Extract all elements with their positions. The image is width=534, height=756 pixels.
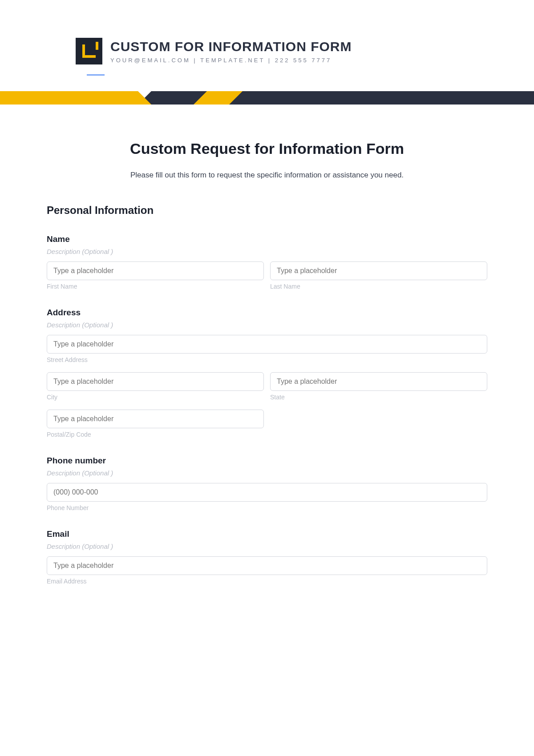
- header-underline: [87, 74, 105, 76]
- first-name-input[interactable]: [47, 261, 264, 280]
- address-label: Address: [47, 308, 487, 318]
- phone-description: Description (Optional ): [47, 469, 487, 477]
- page-description: Please fill out this form to request the…: [47, 171, 487, 180]
- zip-input[interactable]: [47, 410, 264, 428]
- zip-sublabel: Postal/Zip Code: [47, 431, 264, 438]
- phone-label: Phone number: [47, 456, 487, 466]
- email-input[interactable]: [47, 556, 487, 575]
- state-sublabel: State: [270, 394, 487, 401]
- decorative-stripe: [0, 91, 534, 105]
- street-address-sublabel: Street Address: [47, 356, 487, 363]
- form-content: Custom Request for Information Form Plea…: [0, 105, 534, 585]
- phone-sublabel: Phone Number: [47, 504, 487, 511]
- email-description: Description (Optional ): [47, 543, 487, 550]
- field-group-name: Name Description (Optional ) First Name …: [47, 234, 487, 290]
- address-description: Description (Optional ): [47, 321, 487, 329]
- first-name-sublabel: First Name: [47, 283, 264, 290]
- document-header: CUSTOM FOR INFORMATION FORM YOUR@EMAIL.C…: [0, 0, 534, 73]
- field-group-address: Address Description (Optional ) Street A…: [47, 308, 487, 438]
- email-sublabel: Email Address: [47, 578, 487, 585]
- header-subtitle: YOUR@EMAIL.COM | TEMPLATE.NET | 222 555 …: [110, 57, 352, 64]
- name-label: Name: [47, 234, 487, 244]
- field-group-phone: Phone number Description (Optional ) Pho…: [47, 456, 487, 511]
- header-title: CUSTOM FOR INFORMATION FORM: [110, 39, 352, 54]
- city-sublabel: City: [47, 394, 264, 401]
- state-input[interactable]: [270, 372, 487, 391]
- city-input[interactable]: [47, 372, 264, 391]
- email-label: Email: [47, 529, 487, 539]
- last-name-sublabel: Last Name: [270, 283, 487, 290]
- logo-icon: [76, 38, 102, 64]
- name-description: Description (Optional ): [47, 248, 487, 255]
- page-title: Custom Request for Information Form: [47, 140, 487, 157]
- street-address-input[interactable]: [47, 335, 487, 354]
- field-group-email: Email Description (Optional ) Email Addr…: [47, 529, 487, 585]
- section-personal-information: Personal Information: [47, 204, 487, 217]
- last-name-input[interactable]: [270, 261, 487, 280]
- phone-input[interactable]: [47, 483, 487, 502]
